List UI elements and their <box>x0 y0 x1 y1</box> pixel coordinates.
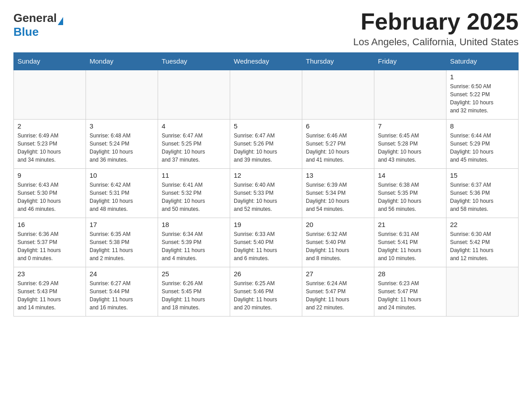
table-row: 24Sunrise: 6:27 AM Sunset: 5:44 PM Dayli… <box>86 267 158 316</box>
day-info: Sunrise: 6:31 AM Sunset: 5:41 PM Dayligh… <box>378 230 442 262</box>
table-row: 6Sunrise: 6:46 AM Sunset: 5:27 PM Daylig… <box>302 119 374 168</box>
table-row <box>302 70 374 119</box>
table-row: 19Sunrise: 6:33 AM Sunset: 5:40 PM Dayli… <box>230 218 302 267</box>
table-row: 23Sunrise: 6:29 AM Sunset: 5:43 PM Dayli… <box>14 267 86 316</box>
day-number: 13 <box>306 171 370 179</box>
day-number: 26 <box>234 270 298 278</box>
table-row: 13Sunrise: 6:39 AM Sunset: 5:34 PM Dayli… <box>302 168 374 218</box>
table-row: 28Sunrise: 6:23 AM Sunset: 5:47 PM Dayli… <box>374 267 446 316</box>
day-number: 3 <box>90 122 154 130</box>
table-row: 14Sunrise: 6:38 AM Sunset: 5:35 PM Dayli… <box>374 168 446 218</box>
calendar-title-block: February 2025 Los Angeles, California, U… <box>353 9 519 48</box>
day-info: Sunrise: 6:24 AM Sunset: 5:47 PM Dayligh… <box>306 279 370 312</box>
table-row: 1Sunrise: 6:50 AM Sunset: 5:22 PM Daylig… <box>446 70 519 119</box>
day-number: 4 <box>162 122 226 130</box>
col-wednesday: Wednesday <box>230 53 302 70</box>
table-row: 8Sunrise: 6:44 AM Sunset: 5:29 PM Daylig… <box>446 119 519 168</box>
day-number: 1 <box>450 73 515 81</box>
day-info: Sunrise: 6:45 AM Sunset: 5:28 PM Dayligh… <box>378 132 442 164</box>
day-info: Sunrise: 6:30 AM Sunset: 5:42 PM Dayligh… <box>450 230 515 262</box>
day-info: Sunrise: 6:48 AM Sunset: 5:24 PM Dayligh… <box>90 132 154 164</box>
day-number: 18 <box>162 221 226 228</box>
day-info: Sunrise: 6:37 AM Sunset: 5:36 PM Dayligh… <box>450 181 515 213</box>
day-number: 15 <box>450 171 515 179</box>
table-row: 22Sunrise: 6:30 AM Sunset: 5:42 PM Dayli… <box>446 218 519 267</box>
day-number: 5 <box>234 122 298 130</box>
table-row: 15Sunrise: 6:37 AM Sunset: 5:36 PM Dayli… <box>446 168 519 218</box>
table-row: 27Sunrise: 6:24 AM Sunset: 5:47 PM Dayli… <box>302 267 374 316</box>
table-row: 11Sunrise: 6:41 AM Sunset: 5:32 PM Dayli… <box>158 168 230 218</box>
page-header: General Blue February 2025 Los Angeles, … <box>13 9 519 48</box>
table-row: 17Sunrise: 6:35 AM Sunset: 5:38 PM Dayli… <box>86 218 158 267</box>
day-number: 25 <box>162 270 226 278</box>
day-info: Sunrise: 6:26 AM Sunset: 5:45 PM Dayligh… <box>162 279 226 312</box>
day-info: Sunrise: 6:35 AM Sunset: 5:38 PM Dayligh… <box>90 230 154 262</box>
table-row: 16Sunrise: 6:36 AM Sunset: 5:37 PM Dayli… <box>14 218 86 267</box>
table-row <box>446 267 519 316</box>
day-info: Sunrise: 6:39 AM Sunset: 5:34 PM Dayligh… <box>306 181 370 213</box>
day-number: 2 <box>17 122 82 130</box>
day-number: 19 <box>234 221 298 228</box>
table-row: 2Sunrise: 6:49 AM Sunset: 5:23 PM Daylig… <box>14 119 86 168</box>
calendar-subtitle: Los Angeles, California, United States <box>353 36 519 48</box>
day-number: 27 <box>306 270 370 278</box>
day-number: 28 <box>378 270 442 278</box>
day-info: Sunrise: 6:42 AM Sunset: 5:31 PM Dayligh… <box>90 181 154 213</box>
table-row: 25Sunrise: 6:26 AM Sunset: 5:45 PM Dayli… <box>158 267 230 316</box>
day-number: 8 <box>450 122 515 130</box>
col-tuesday: Tuesday <box>158 53 230 70</box>
table-row: 7Sunrise: 6:45 AM Sunset: 5:28 PM Daylig… <box>374 119 446 168</box>
table-row <box>14 70 86 119</box>
day-info: Sunrise: 6:25 AM Sunset: 5:46 PM Dayligh… <box>234 279 298 312</box>
day-number: 7 <box>378 122 442 130</box>
day-number: 9 <box>17 171 82 179</box>
week-row-3: 9Sunrise: 6:43 AM Sunset: 5:30 PM Daylig… <box>14 168 519 218</box>
table-row <box>158 70 230 119</box>
day-info: Sunrise: 6:43 AM Sunset: 5:30 PM Dayligh… <box>17 181 82 213</box>
day-number: 6 <box>306 122 370 130</box>
table-row <box>230 70 302 119</box>
week-row-1: 1Sunrise: 6:50 AM Sunset: 5:22 PM Daylig… <box>14 70 519 119</box>
logo-text-general: General <box>13 11 57 25</box>
table-row: 9Sunrise: 6:43 AM Sunset: 5:30 PM Daylig… <box>14 168 86 218</box>
day-info: Sunrise: 6:23 AM Sunset: 5:47 PM Dayligh… <box>378 279 442 312</box>
day-info: Sunrise: 6:32 AM Sunset: 5:40 PM Dayligh… <box>306 230 370 262</box>
week-row-2: 2Sunrise: 6:49 AM Sunset: 5:23 PM Daylig… <box>14 119 519 168</box>
day-number: 14 <box>378 171 442 179</box>
calendar-title: February 2025 <box>353 9 519 34</box>
day-info: Sunrise: 6:46 AM Sunset: 5:27 PM Dayligh… <box>306 132 370 164</box>
calendar-header-row: Sunday Monday Tuesday Wednesday Thursday… <box>14 53 519 70</box>
col-monday: Monday <box>86 53 158 70</box>
col-friday: Friday <box>374 53 446 70</box>
day-number: 17 <box>90 221 154 228</box>
col-saturday: Saturday <box>446 53 519 70</box>
day-info: Sunrise: 6:47 AM Sunset: 5:26 PM Dayligh… <box>234 132 298 164</box>
col-sunday: Sunday <box>14 53 86 70</box>
day-info: Sunrise: 6:36 AM Sunset: 5:37 PM Dayligh… <box>17 230 82 262</box>
table-row: 18Sunrise: 6:34 AM Sunset: 5:39 PM Dayli… <box>158 218 230 267</box>
day-number: 24 <box>90 270 154 278</box>
table-row: 3Sunrise: 6:48 AM Sunset: 5:24 PM Daylig… <box>86 119 158 168</box>
day-info: Sunrise: 6:33 AM Sunset: 5:40 PM Dayligh… <box>234 230 298 262</box>
day-number: 12 <box>234 171 298 179</box>
table-row: 20Sunrise: 6:32 AM Sunset: 5:40 PM Dayli… <box>302 218 374 267</box>
day-info: Sunrise: 6:34 AM Sunset: 5:39 PM Dayligh… <box>162 230 226 262</box>
day-number: 16 <box>17 221 82 228</box>
table-row: 4Sunrise: 6:47 AM Sunset: 5:25 PM Daylig… <box>158 119 230 168</box>
day-info: Sunrise: 6:40 AM Sunset: 5:33 PM Dayligh… <box>234 181 298 213</box>
day-number: 10 <box>90 171 154 179</box>
logo-text-blue: Blue <box>13 25 63 39</box>
day-info: Sunrise: 6:27 AM Sunset: 5:44 PM Dayligh… <box>90 279 154 312</box>
day-info: Sunrise: 6:38 AM Sunset: 5:35 PM Dayligh… <box>378 181 442 213</box>
col-thursday: Thursday <box>302 53 374 70</box>
table-row: 10Sunrise: 6:42 AM Sunset: 5:31 PM Dayli… <box>86 168 158 218</box>
day-info: Sunrise: 6:44 AM Sunset: 5:29 PM Dayligh… <box>450 132 515 164</box>
table-row: 12Sunrise: 6:40 AM Sunset: 5:33 PM Dayli… <box>230 168 302 218</box>
table-row: 21Sunrise: 6:31 AM Sunset: 5:41 PM Dayli… <box>374 218 446 267</box>
table-row: 26Sunrise: 6:25 AM Sunset: 5:46 PM Dayli… <box>230 267 302 316</box>
day-info: Sunrise: 6:41 AM Sunset: 5:32 PM Dayligh… <box>162 181 226 213</box>
logo-triangle-icon <box>58 17 63 25</box>
week-row-5: 23Sunrise: 6:29 AM Sunset: 5:43 PM Dayli… <box>14 267 519 316</box>
table-row: 5Sunrise: 6:47 AM Sunset: 5:26 PM Daylig… <box>230 119 302 168</box>
table-row <box>86 70 158 119</box>
